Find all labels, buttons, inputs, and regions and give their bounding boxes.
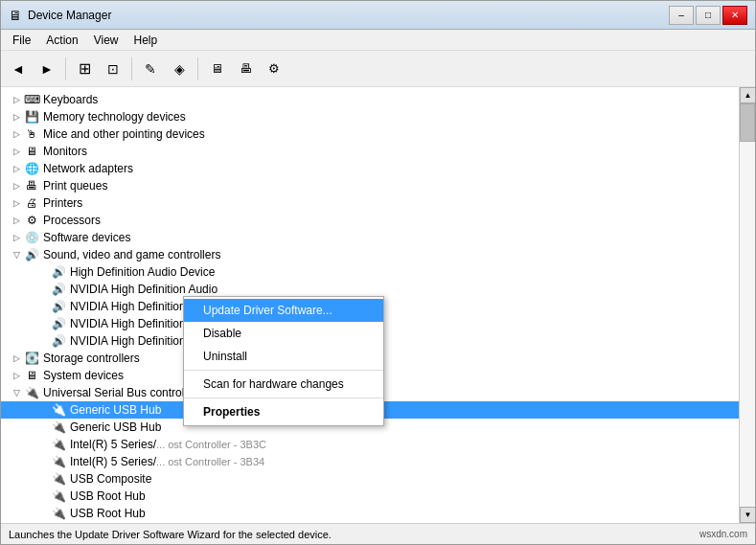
close-button[interactable]: ✕ [722,6,747,25]
maximize-button[interactable]: □ [696,6,721,25]
print-queues-icon: 🖶 [24,178,39,193]
expand-print-queues[interactable]: ▷ [9,178,24,193]
expand-processors[interactable]: ▷ [9,213,24,228]
menu-help[interactable]: Help [126,32,166,49]
nvidia-hd4-icon: 🔊 [51,333,66,349]
expand-memory[interactable]: ▷ [9,109,24,125]
usb-root-hub2-icon: 🔌 [51,506,66,521]
expand-network[interactable]: ▷ [9,161,24,176]
expand-keyboards[interactable]: ▷ [9,92,24,107]
print-queues-label: Print queues [43,179,107,193]
hd-audio-icon: 🔊 [51,264,66,280]
monitors-label: Monitors [43,145,87,158]
context-disable-label: Disable [203,327,241,340]
expand-sound[interactable]: ▽ [9,247,24,262]
tree-item-processors[interactable]: ▷ ⚙ Processors [1,212,739,229]
keyboards-label: Keyboards [43,93,98,106]
network-icon: 🌐 [24,161,39,176]
toolbar-separator-1 [65,57,66,80]
intel-5-2-label: Intel(R) 5 Series/ [70,455,156,468]
toolbar-separator-3 [197,57,198,80]
forward-button[interactable]: ► [34,56,60,82]
title-bar-controls: – □ ✕ [669,6,747,25]
edit-button[interactable]: ✎ [137,56,164,82]
printers-icon: 🖨 [24,195,39,211]
settings-button[interactable]: ⚙ [261,56,287,82]
menu-action[interactable]: Action [38,32,85,49]
tree-item-usb-composite[interactable]: ▷ 🔌 USB Composite [1,470,739,488]
nvidia-hd2-icon: 🔊 [51,299,66,314]
tree-item-memory[interactable]: ▷ 💾 Memory technology devices [1,108,739,125]
status-text: Launches the Update Driver Software Wiza… [9,529,332,540]
software-label: Software devices [43,231,130,244]
processors-icon: ⚙ [24,213,39,228]
tree-item-keyboards[interactable]: ▷ ⌨ Keyboards [1,91,739,108]
expand-storage[interactable]: ▷ [9,351,24,366]
device-manager-window: 🖥 Device Manager – □ ✕ File Action View … [0,0,756,545]
devmgmt-button[interactable]: 🖥 [203,56,230,82]
tree-item-intel-5-1[interactable]: ▷ 🔌 Intel(R) 5 Series/... ost Controller… [1,436,739,453]
menu-file[interactable]: File [5,32,38,49]
scroll-track[interactable] [740,103,755,507]
minimize-button[interactable]: – [669,6,694,25]
expand-system[interactable]: ▷ [9,368,24,383]
context-menu-uninstall[interactable]: Uninstall [184,345,383,368]
properties-button[interactable]: ⊞ [71,56,98,82]
network-label: Network adapters [43,162,133,175]
expand-printers[interactable]: ▷ [9,195,24,211]
memory-icon: 💾 [24,109,39,125]
monitors-icon: 🖥 [24,144,39,159]
update-driver-button[interactable]: ⊡ [100,56,126,82]
print-button[interactable]: 🖶 [232,56,259,82]
expand-monitors[interactable]: ▷ [9,144,24,159]
vertical-scrollbar[interactable]: ▲ ▼ [739,87,755,523]
usb-composite-label: USB Composite [70,472,151,486]
toolbar: ◄ ► ⊞ ⊡ ✎ ◈ 🖥 🖶 ⚙ [1,51,755,87]
tree-item-usb-root-hub2[interactable]: ▷ 🔌 USB Root Hub [1,505,739,522]
context-update-driver-label: Update Driver Software... [203,304,332,317]
expand-software[interactable]: ▷ [9,230,24,245]
mice-label: Mice and other pointing devices [43,127,205,141]
intel-5-1-icon: 🔌 [51,437,66,452]
back-button[interactable]: ◄ [5,56,32,82]
tree-item-hd-audio[interactable]: ▷ 🔊 High Definition Audio Device [1,263,739,281]
expand-mice[interactable]: ▷ [9,126,24,142]
context-uninstall-label: Uninstall [203,350,247,363]
tree-item-intel-5-2[interactable]: ▷ 🔌 Intel(R) 5 Series/... ost Controller… [1,453,739,470]
window-title: Device Manager [28,9,111,22]
expand-usb[interactable]: ▽ [9,385,24,400]
intel-5-2-icon: 🔌 [51,454,66,469]
context-menu-update-driver[interactable]: Update Driver Software... [184,299,383,322]
sound-label: Sound, video and game controllers [43,248,220,261]
mice-icon: 🖱 [24,126,39,142]
title-bar: 🖥 Device Manager – □ ✕ [1,1,755,30]
nvidia-hd1-label: NVIDIA High Definition Audio [70,283,218,296]
keyboards-icon: ⌨ [24,92,39,107]
scan-button[interactable]: ◈ [166,56,193,82]
nvidia-hd1-icon: 🔊 [51,282,66,297]
tree-item-monitors[interactable]: ▷ 🖥 Monitors [1,143,739,160]
tree-item-mice[interactable]: ▷ 🖱 Mice and other pointing devices [1,125,739,143]
menu-bar: File Action View Help [1,30,755,51]
tree-item-print-queues[interactable]: ▷ 🖶 Print queues [1,177,739,194]
tree-item-usb-root-hub1[interactable]: ▷ 🔌 USB Root Hub [1,488,739,505]
tree-item-software[interactable]: ▷ 💿 Software devices [1,229,739,246]
context-menu-disable[interactable]: Disable [184,322,383,345]
scroll-up-button[interactable]: ▲ [740,87,755,103]
scroll-thumb[interactable] [740,103,755,142]
usb-root-hub2-label: USB Root Hub [70,507,146,520]
tree-item-sound[interactable]: ▽ 🔊 Sound, video and game controllers [1,246,739,263]
toolbar-separator-2 [131,57,132,80]
system-label: System devices [43,369,124,382]
context-menu-scan[interactable]: Scan for hardware changes [184,373,383,396]
window-icon: 🖥 [9,8,22,23]
menu-view[interactable]: View [86,32,126,49]
tree-item-printers[interactable]: ▷ 🖨 Printers [1,194,739,212]
context-menu-properties[interactable]: Properties [184,400,383,423]
scroll-down-button[interactable]: ▼ [740,507,755,523]
tree-item-network[interactable]: ▷ 🌐 Network adapters [1,160,739,177]
context-menu: Update Driver Software... Disable Uninst… [183,296,384,426]
generic-usb2-icon: 🔌 [51,420,66,435]
memory-label: Memory technology devices [43,110,186,124]
content-area: ▷ ⌨ Keyboards ▷ 💾 Memory technology devi… [1,87,755,523]
